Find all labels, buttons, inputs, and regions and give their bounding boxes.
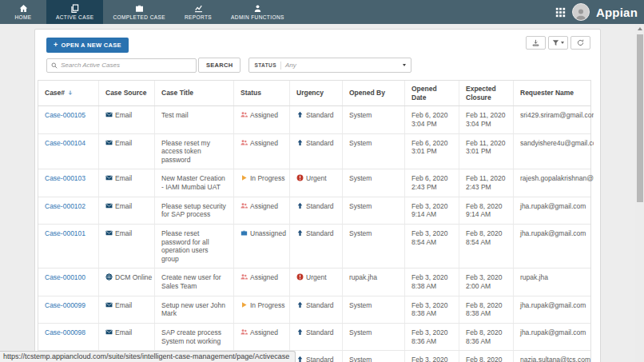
scroll-up-arrow-icon[interactable]: [635, 24, 644, 33]
status-cell: Assigned: [234, 324, 290, 350]
play-icon: [241, 174, 248, 181]
case-link[interactable]: Case-000105: [45, 111, 85, 119]
case-link[interactable]: Case-000099: [45, 301, 85, 309]
search-filter-row: SEARCH STATUS Any: [35, 54, 600, 78]
opened-by-cell: System: [343, 324, 405, 350]
table-row: Case-000102 Email Please setup security …: [38, 197, 590, 225]
column-header-status[interactable]: Status: [234, 81, 290, 105]
browser-status-url: https://tcstemp.appiancloud.com/suite/si…: [0, 351, 296, 362]
table-row: Case-000099 Email Setup new user John Ma…: [38, 296, 590, 324]
urgency-cell: Standard: [290, 324, 343, 350]
case-title-cell: Please setup security for SAP process: [155, 197, 234, 224]
urgency-cell: Standard: [290, 225, 343, 269]
envelope-icon: [105, 139, 113, 146]
exclamation-circle-icon: [296, 273, 304, 280]
admin-user-icon: [253, 3, 262, 13]
nav-tab-active-case[interactable]: ACTIVE CASE: [46, 0, 103, 24]
case-number-cell: Case-000104: [38, 134, 99, 169]
requester-name-cell: jha.rupak@gmail.com: [514, 197, 594, 224]
chart-icon: [194, 3, 203, 13]
nav-tab-label: ACTIVE CASE: [56, 14, 93, 20]
nav-tab-admin-functions[interactable]: ADMIN FUNCTIONS: [221, 0, 294, 24]
case-number-cell: Case-000102: [38, 197, 99, 224]
status-cell: Assigned: [234, 106, 290, 133]
opened-date-cell: Feb 3, 2020 9:14 AM: [405, 197, 459, 224]
search-input[interactable]: [58, 62, 192, 69]
search-button[interactable]: SEARCH: [198, 58, 241, 73]
caret-down-icon: [561, 42, 564, 44]
globe-icon: [105, 273, 113, 280]
nav-tab-reports[interactable]: REPORTS: [175, 0, 221, 24]
app-grid-icon[interactable]: [555, 7, 566, 18]
envelope-icon: [105, 301, 113, 308]
user-avatar[interactable]: [572, 3, 590, 21]
nav-tab-label: ADMIN FUNCTIONS: [231, 14, 284, 20]
play-icon: [241, 301, 248, 308]
table-row: Case-000104 Email Please reset my access…: [38, 134, 590, 170]
open-new-case-button[interactable]: + OPEN A NEW CASE: [46, 38, 129, 53]
vertical-scrollbar[interactable]: [635, 24, 644, 362]
arrow-up-icon: [296, 111, 304, 118]
column-header-expectedclosure[interactable]: Expected Closure: [459, 81, 514, 105]
column-header-casesource[interactable]: Case Source: [99, 81, 155, 105]
case-title-cell: Create new user for Sales Team: [155, 269, 234, 295]
column-header-casetitle[interactable]: Case Title: [155, 81, 234, 105]
status-filter-dropdown[interactable]: STATUS Any: [248, 58, 411, 73]
urgency-cell: Standard: [290, 197, 343, 224]
case-link[interactable]: Case-000103: [45, 174, 85, 182]
opened-by-cell: System: [343, 296, 405, 323]
expected-closure-cell: Feb 8, 2020 8:33 AM: [459, 351, 514, 362]
refresh-button[interactable]: [570, 36, 590, 50]
nav-tab-label: HOME: [14, 14, 31, 20]
users-icon: [241, 328, 248, 336]
arrow-up-icon: [296, 356, 304, 362]
status-cell: In Progress: [234, 296, 290, 323]
opened-by-cell: System: [343, 351, 405, 362]
arrow-up-icon: [296, 328, 304, 336]
case-number-cell: Case-000099: [38, 296, 99, 323]
briefcase-icon: [135, 3, 144, 13]
case-title-cell: Setup new user John Mark: [155, 296, 234, 323]
envelope-icon: [105, 202, 113, 209]
case-source-cell: Email: [99, 197, 155, 224]
filter-icon: [552, 39, 559, 46]
case-number-cell: Case-000098: [38, 324, 99, 350]
requester-name-cell: sandyishere4u@gmail.com: [514, 134, 594, 169]
scrollbar-thumb[interactable]: [637, 34, 643, 202]
export-button[interactable]: [526, 36, 546, 50]
requester-name-cell: jha.rupak@gmail.com: [514, 296, 594, 323]
expected-closure-cell: Feb 11, 2020 3:01 PM: [459, 134, 514, 169]
column-header-openeddate[interactable]: Opened Date: [405, 81, 459, 105]
requester-name-cell: sri429.sriram@gmail.com: [514, 106, 594, 133]
table-row: Case-000100 DCM Online Create new user f…: [38, 269, 590, 296]
case-number-cell: Case-000105: [38, 106, 99, 133]
users-icon: [241, 273, 248, 280]
nav-tab-home[interactable]: HOME: [0, 0, 46, 24]
case-link[interactable]: Case-000101: [45, 229, 85, 237]
envelope-icon: [105, 328, 113, 336]
status-cell: Assigned: [234, 269, 290, 295]
appian-logo: Appian: [596, 6, 639, 19]
column-header-requestername[interactable]: Requester Name: [514, 81, 594, 105]
case-title-cell: SAP create process System not working: [155, 324, 234, 350]
case-link[interactable]: Case-000104: [45, 139, 85, 147]
table-row: Case-000103 Email New Master Creation - …: [38, 169, 590, 197]
column-header-openedby[interactable]: Opened By: [343, 81, 405, 105]
column-header-urgency[interactable]: Urgency: [290, 81, 343, 105]
nav-tab-completed-case[interactable]: COMPLETED CASE: [103, 0, 175, 24]
case-link[interactable]: Case-000100: [45, 273, 85, 281]
table-row: Case-000105 Email Test mail Assigned Sta…: [38, 106, 590, 133]
opened-by-cell: System: [343, 169, 405, 196]
envelope-icon: [105, 229, 113, 237]
expected-closure-cell: Feb 11, 2020 3:04 PM: [459, 106, 514, 133]
filter-button[interactable]: [548, 36, 568, 50]
column-header-case[interactable]: Case#: [38, 81, 99, 105]
envelope-icon: [105, 111, 113, 118]
case-link[interactable]: Case-000102: [45, 202, 85, 210]
active-cases-panel: + OPEN A NEW CASE SEARCH STATUS Any: [34, 29, 601, 362]
exclamation-circle-icon: [296, 174, 304, 181]
opened-date-cell: Feb 3, 2020 8:33 AM: [405, 351, 459, 362]
table-header-row: Case#Case SourceCase TitleStatusUrgencyO…: [38, 81, 590, 106]
opened-date-cell: Feb 3, 2020 8:38 AM: [405, 296, 459, 323]
case-link[interactable]: Case-000098: [45, 328, 85, 336]
